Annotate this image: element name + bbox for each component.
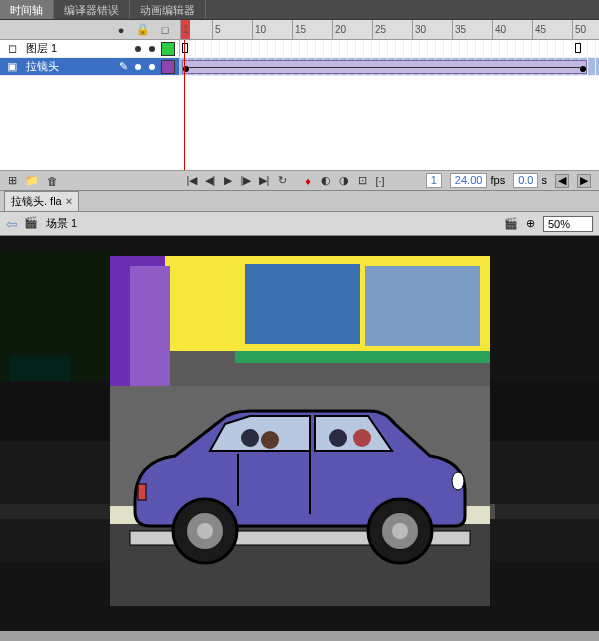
scroll-right-button[interactable]: ▶ (577, 174, 591, 188)
timeline-footer: ⊞ 📁 🗑 |◀ ◀| ▶ |▶ ▶| ↻ ♦ ◐ ◑ ⊡ [·] 1 24.0… (0, 170, 599, 190)
frames-track[interactable] (180, 40, 599, 57)
tab-motion-editor[interactable]: 动画编辑器 (130, 0, 206, 19)
layer-toggles (135, 64, 161, 70)
edit-scene-icon[interactable]: 🎬 (504, 217, 518, 230)
onion-outline-button[interactable]: ◑ (336, 173, 352, 189)
tab-compiler-errors[interactable]: 编译器错误 (54, 0, 130, 19)
close-tab-icon[interactable]: × (66, 195, 72, 207)
document-name: 拉镜头. fla (11, 194, 62, 209)
scene-content (110, 256, 490, 606)
svg-point-20 (241, 429, 259, 447)
lock-dot[interactable] (149, 46, 155, 52)
document-tab[interactable]: 拉镜头. fla × (4, 191, 79, 212)
blank-keyframe[interactable] (575, 43, 581, 53)
frame-ruler[interactable]: 1 5 10 15 20 25 30 35 40 45 50 (180, 20, 599, 39)
eye-column-icon[interactable]: ● (114, 23, 128, 37)
clapper-icon: 🎬 (24, 216, 40, 232)
ruler-tick: 40 (492, 20, 506, 39)
timeline-header: ● 🔒 □ 1 5 10 15 20 25 30 35 40 45 50 (0, 20, 599, 40)
step-forward-button[interactable]: |▶ (238, 173, 254, 189)
ruler-tick: 25 (372, 20, 386, 39)
svg-point-26 (197, 523, 213, 539)
onion-skin-button[interactable]: ◐ (318, 173, 334, 189)
frames-track[interactable] (180, 58, 599, 75)
delete-layer-button[interactable]: 🗑 (44, 173, 60, 189)
camera-layer-icon: ▣ (4, 59, 20, 75)
elapsed-time-field: 0.0 (513, 173, 538, 188)
ruler-tick: 30 (412, 20, 426, 39)
breadcrumb: ⇦ 🎬 场景 1 (6, 216, 77, 232)
edit-multiple-button[interactable]: ⊡ (354, 173, 370, 189)
go-end-button[interactable]: ▶| (256, 173, 272, 189)
step-back-button[interactable]: ◀| (202, 173, 218, 189)
layer-cells: ▣ 拉镜头 ✎ (0, 58, 180, 75)
fps-field[interactable]: 24.00 (450, 173, 488, 188)
svg-point-22 (329, 429, 347, 447)
ruler-tick: 50 (572, 20, 586, 39)
svg-point-23 (353, 429, 371, 447)
ruler-tick: 5 (212, 20, 221, 39)
svg-point-29 (392, 523, 408, 539)
panel-tabs: 时间轴 编译器错误 动画编辑器 (0, 0, 599, 20)
layer-toggles (135, 46, 161, 52)
stage[interactable] (0, 236, 599, 631)
layer-name[interactable]: 图层 1 (24, 41, 135, 56)
keyframe-icon[interactable] (580, 66, 586, 72)
new-layer-button[interactable]: ⊞ (4, 173, 20, 189)
document-tabs: 拉镜头. fla × (0, 190, 599, 212)
onion-markers-button[interactable]: [·] (372, 173, 388, 189)
current-frame-field[interactable]: 1 (426, 173, 442, 188)
ruler-tick: 20 (332, 20, 346, 39)
layer-row[interactable]: ◻ 图层 1 (0, 40, 599, 58)
timeline-panel: ● 🔒 □ 1 5 10 15 20 25 30 35 40 45 50 ◻ 图… (0, 20, 599, 190)
motion-tween-span[interactable] (182, 60, 587, 74)
camera-view[interactable] (110, 256, 490, 606)
svg-rect-14 (130, 266, 170, 386)
layer-row[interactable]: ▣ 拉镜头 ✎ (0, 58, 599, 76)
edit-symbol-icon[interactable]: ⊕ (526, 217, 535, 230)
svg-point-32 (452, 472, 464, 490)
scroll-left-button[interactable]: ◀ (555, 174, 569, 188)
ruler-tick: 45 (532, 20, 546, 39)
scene-name[interactable]: 场景 1 (46, 216, 77, 231)
layer-name[interactable]: 拉镜头 (24, 59, 111, 74)
layer-column-header: ● 🔒 □ (0, 20, 180, 39)
zoom-field[interactable]: 50% (543, 216, 593, 232)
ruler-tick: 15 (292, 20, 306, 39)
svg-rect-15 (235, 351, 490, 363)
keyframe-icon[interactable] (183, 66, 189, 72)
edit-bar-right: 🎬 ⊕ 50% (504, 216, 593, 232)
timeline-info: 1 24.00 fps 0.0 s ◀ ▶ (426, 173, 599, 188)
blank-keyframe[interactable] (182, 43, 188, 53)
center-frame-button[interactable]: ♦ (300, 173, 316, 189)
tab-timeline[interactable]: 时间轴 (0, 0, 54, 19)
outline-column-icon[interactable]: □ (158, 23, 172, 37)
visibility-dot[interactable] (135, 46, 141, 52)
new-folder-button[interactable]: 📁 (24, 173, 40, 189)
svg-rect-12 (245, 264, 360, 344)
loop-button[interactable]: ↻ (274, 173, 290, 189)
playback-controls: |◀ ◀| ▶ |▶ ▶| ↻ ♦ ◐ ◑ ⊡ [·] (180, 173, 388, 189)
rewind-button[interactable]: |◀ (184, 173, 200, 189)
layer-color-swatch[interactable] (161, 42, 175, 56)
layer-type-icon: ◻ (4, 41, 20, 57)
ruler-tick: 1 (180, 20, 189, 39)
time-label: s (542, 174, 548, 186)
pencil-icon: ✎ (115, 59, 131, 75)
back-arrow-icon[interactable]: ⇦ (6, 216, 18, 232)
lock-column-icon[interactable]: 🔒 (136, 23, 150, 37)
lock-dot[interactable] (149, 64, 155, 70)
ruler-tick: 10 (252, 20, 266, 39)
layer-buttons: ⊞ 📁 🗑 (0, 173, 180, 189)
play-button[interactable]: ▶ (220, 173, 236, 189)
visibility-dot[interactable] (135, 64, 141, 70)
layer-cells: ◻ 图层 1 (0, 40, 180, 57)
svg-point-21 (261, 431, 279, 449)
edit-bar: ⇦ 🎬 场景 1 🎬 ⊕ 50% (0, 212, 599, 236)
ruler-tick: 35 (452, 20, 466, 39)
svg-rect-33 (138, 484, 146, 500)
fps-label: fps (490, 174, 505, 186)
svg-rect-10 (165, 256, 235, 351)
layer-color-swatch[interactable] (161, 60, 175, 74)
svg-rect-13 (365, 266, 480, 346)
